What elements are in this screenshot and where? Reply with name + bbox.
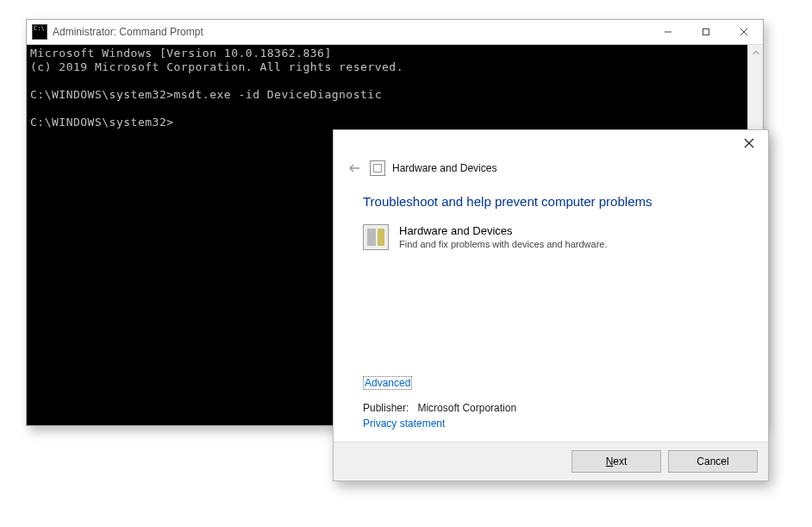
cmd-titlebar[interactable]: Administrator: Command Prompt	[27, 20, 763, 45]
troubleshooter-dialog: Hardware and Devices Troubleshoot and he…	[333, 129, 769, 481]
dialog-footer: Next Cancel	[334, 442, 768, 480]
troubleshooter-item-desc: Find and fix problems with devices and h…	[399, 239, 608, 249]
publisher-value: Microsoft Corporation	[417, 402, 516, 414]
privacy-link[interactable]: Privacy statement	[363, 417, 445, 430]
advanced-link[interactable]: Advanced	[363, 376, 412, 390]
next-accel: N	[606, 455, 614, 467]
dialog-heading: Troubleshoot and help prevent computer p…	[363, 194, 739, 209]
cmd-title: Administrator: Command Prompt	[53, 26, 203, 38]
close-icon	[740, 28, 748, 36]
next-button[interactable]: Next	[572, 450, 661, 473]
close-button[interactable]	[725, 20, 763, 44]
cmd-line: (c) 2019 Microsoft Corporation. All righ…	[30, 60, 403, 73]
svg-rect-1	[703, 29, 709, 35]
minimize-icon	[664, 28, 672, 36]
publisher-line: Publisher: Microsoft Corporation	[363, 402, 739, 414]
dialog-body: Troubleshoot and help prevent computer p…	[334, 184, 768, 442]
troubleshooter-item[interactable]: Hardware and Devices Find and fix proble…	[363, 224, 739, 250]
cmd-icon	[32, 24, 47, 40]
cmd-line: Microsoft Windows [Version 10.0.18362.83…	[30, 47, 332, 60]
maximize-button[interactable]	[687, 20, 725, 44]
cmd-line: C:\WINDOWS\system32>msdt.exe -id DeviceD…	[30, 88, 382, 101]
dialog-lower: Advanced Publisher: Microsoft Corporatio…	[363, 376, 739, 438]
dialog-header: Hardware and Devices	[334, 160, 768, 184]
cancel-button[interactable]: Cancel	[668, 450, 758, 473]
cmd-line: C:\WINDOWS\system32>	[30, 116, 174, 129]
dialog-header-title: Hardware and Devices	[392, 162, 497, 174]
hardware-icon	[363, 224, 389, 250]
troubleshooter-icon	[370, 160, 385, 176]
arrow-left-icon	[347, 161, 361, 175]
maximize-icon	[702, 28, 710, 36]
close-icon	[744, 138, 754, 148]
troubleshooter-item-title: Hardware and Devices	[399, 224, 608, 237]
back-button[interactable]	[346, 160, 363, 177]
dialog-titlebar[interactable]	[334, 130, 768, 160]
scroll-up-button[interactable]	[748, 45, 763, 60]
minimize-button[interactable]	[649, 20, 687, 44]
dialog-close-button[interactable]	[730, 130, 768, 156]
publisher-label: Publisher:	[363, 402, 409, 414]
chevron-up-icon	[753, 49, 759, 56]
